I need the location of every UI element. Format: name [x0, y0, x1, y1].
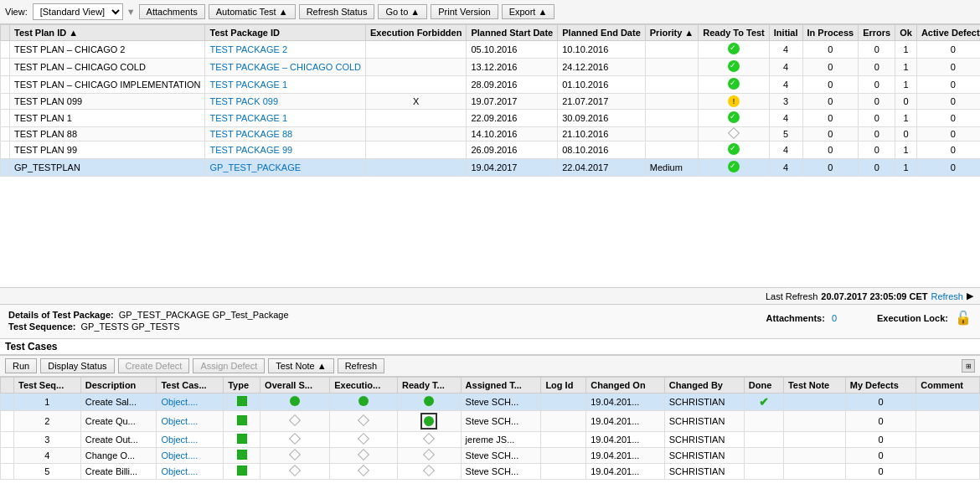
col-ok[interactable]: Ok: [895, 25, 917, 41]
col-planned-end[interactable]: Planned End Date: [558, 25, 646, 41]
test-plan-id-cell[interactable]: GP_TESTPLAN: [10, 159, 205, 177]
col-exec-forbidden[interactable]: Execution Forbidden: [366, 25, 467, 41]
ready-cell: [699, 76, 770, 94]
details-attachments-value[interactable]: 0: [832, 313, 837, 323]
in-process-cell: 0: [802, 110, 859, 127]
btcol-type[interactable]: Type: [224, 378, 260, 394]
btcol-test-note[interactable]: Test Note: [783, 378, 845, 394]
bt-testcas-cell[interactable]: Object....: [157, 432, 224, 448]
run-button[interactable]: Run: [5, 358, 37, 373]
test-package-id-cell[interactable]: TEST PACKAGE 1: [205, 76, 366, 94]
bt-row-sel: [1, 448, 14, 464]
btcol-execution[interactable]: Executio...: [330, 378, 398, 394]
bt-type-cell: [224, 448, 260, 464]
in-process-cell: 0: [802, 76, 859, 94]
refresh-button[interactable]: Refresh: [338, 358, 385, 373]
lock-icon: 🔓: [955, 310, 972, 326]
btcol-my-defects[interactable]: My Defects: [845, 378, 916, 394]
planned-start-cell: 13.12.2016: [467, 59, 558, 76]
active-defects-cell: 0: [916, 41, 980, 59]
test-plan-id-cell[interactable]: TEST PLAN 88: [10, 127, 205, 141]
bt-testcas-cell[interactable]: Object....: [157, 394, 224, 411]
planned-end-cell: 22.04.2017: [558, 159, 646, 177]
col-in-process[interactable]: In Process: [802, 25, 859, 41]
bt-done-cell: [744, 464, 783, 480]
col-initial[interactable]: Initial: [769, 25, 802, 41]
test-package-id-cell[interactable]: TEST PACKAGE – CHICAGO COLD: [205, 59, 366, 76]
go-to-button[interactable]: Go to ▲: [378, 4, 427, 19]
bt-desc-cell: Create Sal...: [80, 394, 157, 411]
bt-changed-by-cell: SCHRISTIAN: [664, 432, 744, 448]
btcol-comment[interactable]: Comment: [916, 378, 980, 394]
priority-cell: [645, 127, 698, 141]
btcol-ready[interactable]: Ready T...: [398, 378, 462, 394]
bt-overall-cell: [260, 464, 330, 480]
active-defects-cell: 0: [916, 76, 980, 94]
planned-start-cell: 05.10.2016: [467, 41, 558, 59]
main-table-wrapper: Test Plan ID ▲ Test Package ID Execution…: [0, 24, 980, 288]
initial-cell: 4: [769, 76, 802, 94]
col-test-package-id[interactable]: Test Package ID: [205, 25, 366, 41]
btcol-overall[interactable]: Overall S...: [260, 378, 330, 394]
row-sel-indicator: [1, 94, 10, 110]
errors-cell: 0: [859, 141, 895, 159]
bt-test-note-cell: [783, 464, 845, 480]
test-plan-id-cell[interactable]: TEST PLAN – CHICAGO IMPLEMENTATION: [10, 76, 205, 94]
btcol-desc[interactable]: Description: [80, 378, 157, 394]
planned-end-cell: 01.10.2016: [558, 76, 646, 94]
ready-cell: [699, 59, 770, 76]
test-plan-id-cell[interactable]: TEST PLAN – CHICAGO 2: [10, 41, 205, 59]
col-ready[interactable]: Ready To Test: [699, 25, 770, 41]
bt-overall-cell: [260, 448, 330, 464]
ok-cell: 0: [895, 127, 917, 141]
btcol-assigned[interactable]: Assigned T...: [461, 378, 541, 394]
bt-desc-cell: Create Qu...: [80, 411, 157, 432]
btcol-logid[interactable]: Log Id: [541, 378, 586, 394]
test-package-id-cell[interactable]: TEST PACK 099: [205, 94, 366, 110]
print-version-button[interactable]: Print Version: [431, 4, 498, 19]
ok-cell: 1: [895, 141, 917, 159]
bt-overall-cell: [260, 432, 330, 448]
errors-cell: 0: [859, 159, 895, 177]
export-button[interactable]: Export ▲: [502, 4, 555, 19]
view-select[interactable]: [Standard View]: [33, 3, 123, 20]
planned-start-cell: 28.09.2016: [467, 76, 558, 94]
btcol-testcas[interactable]: Test Cas...: [157, 378, 224, 394]
test-package-id-cell[interactable]: GP_TEST_PACKAGE: [205, 159, 366, 177]
test-cases-header: Test Cases: [5, 341, 57, 352]
view-label: View:: [5, 7, 28, 17]
col-active-defects[interactable]: Active Defects: [916, 25, 980, 41]
test-package-id-cell[interactable]: TEST PACKAGE 88: [205, 127, 366, 141]
test-plan-id-cell[interactable]: TEST PLAN 99: [10, 141, 205, 159]
bt-testcas-cell[interactable]: Object....: [157, 448, 224, 464]
test-note-button[interactable]: Test Note ▲: [268, 358, 333, 373]
automatic-test-button[interactable]: Automatic Test ▲: [209, 4, 296, 19]
attachments-button[interactable]: Attachments: [139, 4, 205, 19]
in-process-cell: 0: [802, 41, 859, 59]
assign-defect-button[interactable]: Assign Defect: [193, 358, 265, 373]
view-dropdown-icon: ▼: [126, 7, 136, 17]
btcol-changed-on[interactable]: Changed On: [586, 378, 665, 394]
refresh-link[interactable]: Refresh: [931, 291, 963, 301]
test-package-id-cell[interactable]: TEST PACKAGE 2: [205, 41, 366, 59]
test-package-id-cell[interactable]: TEST PACKAGE 99: [205, 141, 366, 159]
btcol-seq[interactable]: Test Seq...: [14, 378, 81, 394]
bt-testcas-cell[interactable]: Object....: [157, 411, 224, 432]
col-errors[interactable]: Errors: [859, 25, 895, 41]
btcol-done[interactable]: Done: [744, 378, 783, 394]
display-status-button[interactable]: Display Status: [40, 358, 114, 373]
create-defect-button[interactable]: Create Defect: [118, 358, 190, 373]
col-priority[interactable]: Priority ▲: [645, 25, 698, 41]
bt-changed-on-cell: 19.04.201...: [586, 448, 665, 464]
test-package-id-cell[interactable]: TEST PACKAGE 1: [205, 110, 366, 127]
test-plan-id-cell[interactable]: TEST PLAN 099: [10, 94, 205, 110]
bt-testcas-cell[interactable]: Object....: [157, 464, 224, 480]
col-planned-start[interactable]: Planned Start Date: [467, 25, 558, 41]
test-plan-id-cell[interactable]: TEST PLAN – CHICAGO COLD: [10, 59, 205, 76]
bt-desc-cell: Create Billi...: [80, 464, 157, 480]
btcol-changed-by[interactable]: Changed By: [664, 378, 744, 394]
grid-settings-icon[interactable]: ⊞: [962, 359, 975, 373]
refresh-status-button[interactable]: Refresh Status: [299, 4, 375, 19]
test-plan-id-cell[interactable]: TEST PLAN 1: [10, 110, 205, 127]
col-test-plan-id[interactable]: Test Plan ID ▲: [10, 25, 205, 41]
